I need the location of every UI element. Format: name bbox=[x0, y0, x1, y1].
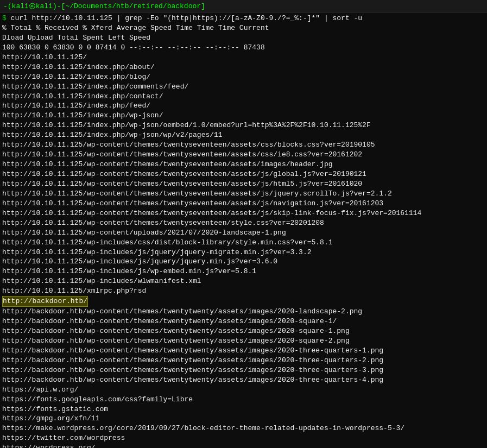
url-line: http://10.10.11.125/index.php/wp-json/ bbox=[2, 111, 485, 121]
terminal-content: $ curl http://10.10.11.125 | grep -Eo "(… bbox=[0, 12, 487, 448]
url-line: http://backdoor.htb/wp-content/themes/tw… bbox=[2, 375, 485, 385]
url-line: http://10.10.11.125/wp-content/themes/tw… bbox=[2, 179, 485, 189]
url-list: http://10.10.11.125/http://10.10.11.125/… bbox=[2, 53, 485, 448]
url-line: http://10.10.11.125/wp-content/themes/tw… bbox=[2, 140, 485, 150]
url-line: https://fonts.googleapis.com/css?family=… bbox=[2, 395, 485, 405]
curl-header-2: Dload Upload Total Spent Left Speed bbox=[2, 33, 485, 43]
url-line: http://backdoor.htb/ bbox=[2, 296, 485, 307]
url-line: https://make.wordpress.org/core/2019/09/… bbox=[2, 424, 485, 433]
url-line: http://10.10.11.125/index.php/comments/f… bbox=[2, 82, 485, 92]
curl-header-3: 100 63830 0 63830 0 0 87414 0 --:--:-- -… bbox=[2, 43, 485, 53]
terminal-window: -(kali㉿kali)-[~/Documents/htb/retired/ba… bbox=[0, 0, 487, 448]
url-line: http://backdoor.htb/wp-content/themes/tw… bbox=[2, 346, 485, 356]
url-line: http://10.10.11.125/wp-includes/js/jquer… bbox=[2, 257, 485, 267]
url-line: http://10.10.11.125/wp-content/themes/tw… bbox=[2, 209, 485, 218]
shell-prompt: $ bbox=[2, 14, 11, 22]
url-line: http://10.10.11.125/wp-content/themes/tw… bbox=[2, 218, 485, 228]
url-line: http://backdoor.htb/wp-content/themes/tw… bbox=[2, 356, 485, 365]
url-line: http://backdoor.htb/wp-content/themes/tw… bbox=[2, 317, 485, 326]
url-line: http://10.10.11.125/ bbox=[2, 53, 485, 62]
command-text: curl http://10.10.11.125 | grep -Eo "(ht… bbox=[11, 14, 363, 22]
url-line: http://10.10.11.125/wp-content/themes/tw… bbox=[2, 189, 485, 199]
url-line: http://10.10.11.125/wp-content/uploads/2… bbox=[2, 228, 485, 238]
url-line: https://gmpg.org/xfn/11 bbox=[2, 414, 485, 424]
url-line: http://10.10.11.125/index.php/blog/ bbox=[2, 72, 485, 82]
url-line: http://10.10.11.125/wp-content/themes/tw… bbox=[2, 160, 485, 169]
url-line: http://10.10.11.125/wp-includes/wlwmanif… bbox=[2, 276, 485, 286]
url-line: http://10.10.11.125/index.php/about/ bbox=[2, 62, 485, 72]
curl-header-1: % Total % Received % Xferd Average Speed… bbox=[2, 23, 485, 33]
url-line: http://10.10.11.125/wp-content/themes/tw… bbox=[2, 169, 485, 179]
url-line: http://10.10.11.125/xmlrpc.php?rsd bbox=[2, 286, 485, 296]
url-line: http://backdoor.htb/wp-content/themes/tw… bbox=[2, 336, 485, 346]
url-line: http://10.10.11.125/index.php/wp-json/wp… bbox=[2, 130, 485, 140]
url-line: http://10.10.11.125/wp-includes/js/jquer… bbox=[2, 248, 485, 257]
title-bar: -(kali㉿kali)-[~/Documents/htb/retired/ba… bbox=[0, 0, 487, 12]
url-line: http://10.10.11.125/wp-includes/css/dist… bbox=[2, 238, 485, 248]
url-line: https://twitter.com/wordpress bbox=[2, 433, 485, 443]
url-line: http://10.10.11.125/index.php/wp-json/oe… bbox=[2, 121, 485, 130]
title-text: -(kali㉿kali)-[~/Documents/htb/retired/ba… bbox=[3, 2, 205, 10]
url-line: http://backdoor.htb/wp-content/themes/tw… bbox=[2, 365, 485, 375]
url-line: http://10.10.11.125/index.php/contact/ bbox=[2, 92, 485, 102]
url-line: https://fonts.gstatic.com bbox=[2, 405, 485, 414]
url-line: http://backdoor.htb/wp-content/themes/tw… bbox=[2, 326, 485, 336]
url-line: http://10.10.11.125/index.php/feed/ bbox=[2, 101, 485, 111]
url-line: http://10.10.11.125/wp-includes/js/wp-em… bbox=[2, 267, 485, 276]
command-line: $ curl http://10.10.11.125 | grep -Eo "(… bbox=[2, 14, 485, 23]
url-line: http://10.10.11.125/wp-content/themes/tw… bbox=[2, 150, 485, 160]
url-line: http://backdoor.htb/wp-content/themes/tw… bbox=[2, 307, 485, 317]
highlighted-url: http://backdoor.htb/ bbox=[2, 296, 88, 307]
url-line: https://wordpress.org/ bbox=[2, 443, 485, 448]
url-line: https://api.w.org/ bbox=[2, 385, 485, 395]
url-line: http://10.10.11.125/wp-content/themes/tw… bbox=[2, 199, 485, 209]
